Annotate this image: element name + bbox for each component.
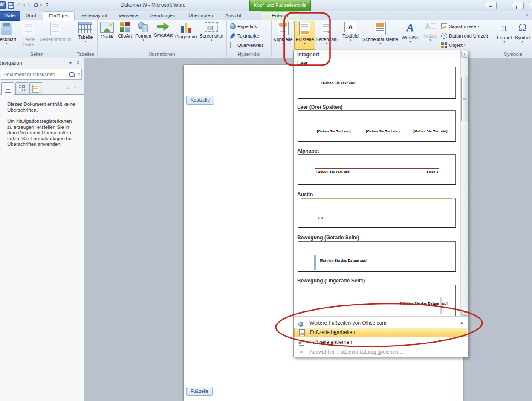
menu-item-fusszeile-entfernen[interactable]: Fußzeile entfernen — [294, 337, 467, 347]
placeholder-text: [Geben Sie Text ein] — [413, 130, 448, 133]
gallery-item-austin[interactable]: S. 1 — [298, 198, 456, 228]
dropdown-menu: Weitere Fußzeilen von Office.com ▸ Fußze… — [294, 316, 468, 357]
title-bar: W ↶ ▾ ↻ Ω ▾ ▾ Dokument9 - Microsoft Word… — [0, 0, 532, 11]
edit-footer-icon — [298, 329, 305, 336]
hyperlink-button[interactable]: Hyperlink — [230, 23, 257, 30]
wordart-button[interactable]: A WordArt▾ — [400, 21, 420, 44]
minimize-button[interactable] — [485, 2, 497, 9]
tab-ueberpruefen[interactable]: Überprüfen — [183, 11, 219, 20]
fusszeile-button[interactable]: Fußzeile▾ — [294, 21, 315, 50]
screenshot-button[interactable]: Screenshot▾ — [198, 21, 225, 42]
pages-icon — [19, 85, 25, 91]
table-icon — [78, 22, 92, 33]
hyperlink-icon — [230, 23, 236, 29]
header-tag: Kopfzeile — [186, 96, 214, 105]
gallery-item-alphabet[interactable]: [Geben Sie Text ein] Seite 1 — [298, 154, 456, 185]
formel-button[interactable]: π Formel▾ — [495, 21, 514, 44]
object-icon — [441, 42, 447, 48]
clipart-button[interactable]: ClipArt — [116, 21, 134, 38]
tab-seitenlayout[interactable]: Seitenlayout — [75, 11, 113, 20]
textfeld-button[interactable]: A Textfeld▾ — [341, 21, 360, 42]
gallery-item-bewegung-gerade[interactable]: [Wählen Sie das Datum aus] — [298, 241, 456, 272]
symbol-dropdown-icon[interactable]: ▾ — [40, 3, 42, 7]
menu-item-auswahl-speichern[interactable]: Auswahl im Fußzeilenkatalog speichern... — [294, 347, 467, 357]
undo-icon[interactable]: ↶ — [17, 2, 21, 8]
initiale-button[interactable]: Initiale▾ — [421, 21, 439, 42]
datum-uhrzeit-button[interactable]: Datum und Uhrzeit — [441, 32, 488, 40]
shapes-icon — [137, 22, 149, 32]
tab-entwurf[interactable]: Entwurf — [261, 11, 299, 20]
schnellbausteine-button[interactable]: Schnellbausteine▾ — [361, 21, 399, 45]
group-label-hyperlinks: Hyperlinks — [226, 52, 271, 57]
document-search-box[interactable]: ▾ — [1, 69, 82, 80]
tab-browse-results[interactable] — [29, 82, 42, 94]
tab-einfuegen[interactable]: Einfügen — [43, 11, 75, 21]
cover-page-icon — [1, 22, 12, 35]
equation-icon: π — [495, 22, 514, 34]
footer-icon — [299, 22, 310, 35]
search-input[interactable] — [1, 72, 68, 77]
pane-options-icon[interactable]: ▾ — [69, 61, 72, 65]
scrollbar-thumb[interactable] — [461, 77, 468, 121]
gallery-item-name-bewegung-gerade: Bewegung (Gerade Seite) — [297, 235, 359, 241]
undo-dropdown-icon[interactable]: ▾ — [23, 3, 25, 7]
omega-icon: Ω — [514, 22, 532, 34]
querverweis-button[interactable]: Querverweis — [230, 41, 264, 49]
symbol-quick-icon[interactable]: Ω — [34, 2, 38, 9]
save-icon[interactable] — [8, 2, 14, 9]
tab-datei[interactable]: Datei — [0, 11, 20, 21]
prev-next-icons[interactable]: ▲▼ — [66, 86, 80, 90]
placeholder-text: [Geben Sie Text ein] — [316, 170, 350, 174]
tab-ansicht[interactable]: Ansicht — [220, 11, 247, 20]
placeholder-text: [Geben Sie Text ein] — [366, 130, 400, 133]
pane-close-icon[interactable]: × — [76, 60, 79, 66]
gallery-item-leer-drei-spalten[interactable]: [Geben Sie Text ein] [Geben Sie Text ein… — [298, 110, 456, 142]
seitenzahl-button[interactable]: Seitenzahl▾ — [315, 21, 338, 45]
placeholder-text: [Geben Sie Text ein] — [321, 81, 356, 85]
search-icon[interactable] — [69, 72, 75, 77]
restore-button[interactable] — [512, 2, 524, 9]
seitenumbruch-button[interactable]: Seitenumbruch — [39, 21, 73, 42]
tab-sendungen[interactable]: Sendungen — [144, 11, 182, 20]
menu-item-weitere-fusszeilen[interactable]: Weitere Fußzeilen von Office.com ▸ — [294, 318, 467, 328]
textmarke-button[interactable]: Textmarke — [230, 32, 259, 40]
tab-browse-pages[interactable] — [15, 82, 28, 94]
kopfzeile-button[interactable]: Kopfzeile▾ — [272, 21, 294, 45]
redo-icon[interactable]: ↻ — [27, 2, 32, 8]
gallery-item-leer[interactable]: [Geben Sie Text ein] — [298, 67, 456, 99]
group-seiten: Deckblatt▾ Leere Seite Seitenumbruch Sei… — [0, 20, 74, 57]
date-time-icon — [441, 33, 447, 39]
picture-icon — [100, 22, 114, 33]
customize-qat-icon[interactable]: ▾ — [46, 3, 48, 7]
chart-icon — [180, 22, 192, 33]
symbol-button[interactable]: Ω Symbol▾ — [514, 21, 532, 44]
diagramm-button[interactable]: Diagramm — [174, 21, 198, 39]
clipart-icon — [120, 22, 130, 32]
collapse-ribbon-icon[interactable]: ∧ — [526, 13, 529, 17]
smartart-button[interactable]: SmartArt — [152, 21, 175, 38]
objekt-button[interactable]: Objekt▾ — [441, 41, 466, 49]
submenu-arrow-icon: ▸ — [461, 318, 463, 328]
deckblatt-button[interactable]: Deckblatt▾ — [0, 21, 18, 45]
navigation-tabs: ▲▼ — [0, 81, 84, 95]
group-label-illustrationen: Illustrationen — [97, 52, 226, 57]
word-app-icon[interactable]: W — [0, 1, 6, 9]
signaturzeile-button[interactable]: Signaturzeile▾ — [441, 23, 479, 30]
search-options-icon[interactable]: ▾ — [76, 71, 81, 78]
tab-verweise[interactable]: Verweise — [113, 11, 143, 20]
scroll-down-icon[interactable]: ▼ — [461, 309, 468, 316]
scroll-up-icon[interactable]: ▲ — [461, 51, 468, 58]
gallery-scrollbar[interactable]: ▲ ▼ — [460, 50, 468, 316]
leere-seite-button[interactable]: Leere Seite — [19, 21, 38, 47]
tabelle-button[interactable]: Tabelle▾ — [75, 21, 96, 43]
grafik-button[interactable]: Grafik — [98, 21, 116, 39]
close-button[interactable] — [529, 2, 532, 9]
gallery-item-bewegung-ungerade[interactable]: [Wählen Sie das Datum aus] — [298, 285, 456, 316]
tab-start[interactable]: Start — [20, 11, 42, 20]
group-label-seiten: Seiten — [0, 52, 74, 57]
gallery-item-name-alphabet: Alphabet — [297, 148, 319, 154]
tab-browse-headings[interactable] — [1, 82, 14, 95]
window-title: Dokument9 - Microsoft Word — [121, 2, 186, 8]
menu-item-fusszeile-bearbeiten[interactable]: Fußzeile bearbeiten — [294, 328, 467, 337]
formen-button[interactable]: Formen▾ — [134, 21, 153, 42]
